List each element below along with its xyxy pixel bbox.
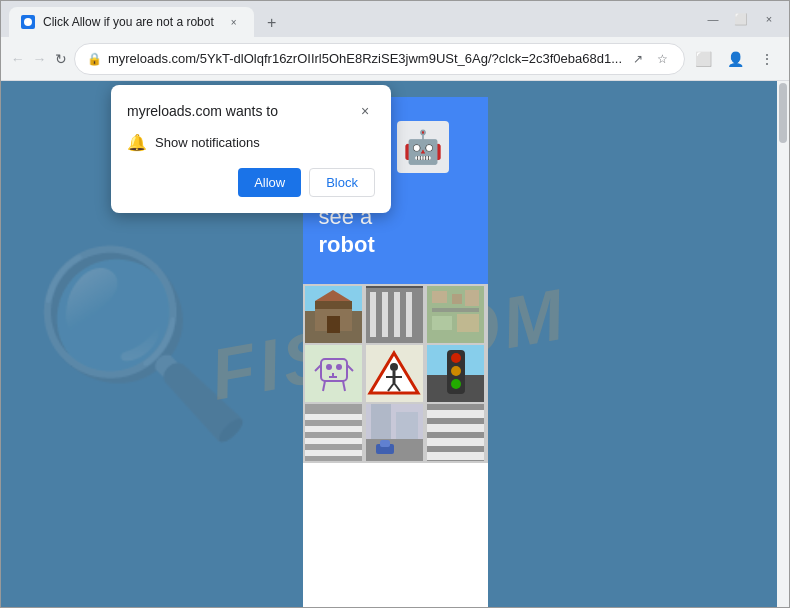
- svg-rect-58: [427, 452, 484, 460]
- back-button[interactable]: ←: [9, 45, 27, 73]
- svg-rect-18: [432, 316, 452, 330]
- robot-icon: 🤖: [403, 128, 443, 166]
- page-area: 🔍 FISHDOM myreloads.com wants to × 🔔 Sho…: [1, 81, 789, 607]
- share-icon[interactable]: ↗: [628, 49, 648, 69]
- tab-close-button[interactable]: ×: [226, 14, 242, 30]
- notification-row: 🔔 Show notifications: [127, 133, 375, 152]
- svg-rect-53: [380, 440, 390, 447]
- svg-point-23: [336, 364, 342, 370]
- svg-rect-47: [305, 450, 362, 456]
- svg-point-42: [451, 379, 461, 389]
- svg-rect-45: [305, 426, 362, 432]
- svg-rect-50: [371, 404, 391, 439]
- lock-icon: 🔒: [87, 52, 102, 66]
- svg-rect-49: [366, 439, 423, 461]
- svg-rect-6: [327, 316, 340, 333]
- svg-point-22: [326, 364, 332, 370]
- menu-icon[interactable]: ⋮: [753, 45, 781, 73]
- svg-rect-8: [366, 286, 423, 288]
- grid-cell-9[interactable]: [427, 404, 484, 461]
- popup-close-button[interactable]: ×: [355, 101, 375, 121]
- popup-buttons: Allow Block: [127, 168, 375, 197]
- chrome-window: Click Allow if you are not a robot × + —…: [0, 0, 790, 608]
- popup-header: myreloads.com wants to ×: [127, 101, 375, 121]
- svg-rect-51: [396, 412, 418, 439]
- active-tab[interactable]: Click Allow if you are not a robot ×: [9, 7, 254, 37]
- grid-cell-2[interactable]: [366, 286, 423, 343]
- address-icons: ↗ ☆: [628, 49, 672, 69]
- svg-point-41: [451, 366, 461, 376]
- captcha-bold: robot: [319, 232, 375, 257]
- minimize-button[interactable]: —: [701, 7, 725, 31]
- grid-cell-1[interactable]: [305, 286, 362, 343]
- scrollbar-thumb[interactable]: [779, 83, 787, 143]
- svg-rect-10: [382, 292, 388, 337]
- svg-rect-57: [427, 438, 484, 446]
- svg-rect-19: [457, 314, 479, 332]
- bookmark-icon[interactable]: ☆: [652, 49, 672, 69]
- grid-cell-3[interactable]: [427, 286, 484, 343]
- address-bar[interactable]: 🔒 myreloads.com/5YkT-dlOlqfr16zrOIIrl5Oh…: [74, 43, 685, 75]
- new-tab-button[interactable]: +: [258, 9, 286, 37]
- profile-icon[interactable]: 👤: [721, 45, 749, 73]
- forward-button[interactable]: →: [31, 45, 49, 73]
- svg-rect-44: [305, 414, 362, 420]
- window-controls: — ⬜ ×: [701, 7, 781, 31]
- scrollbar[interactable]: [777, 81, 789, 607]
- svg-rect-12: [406, 292, 412, 337]
- allow-button[interactable]: Allow: [238, 168, 301, 197]
- close-button[interactable]: ×: [757, 7, 781, 31]
- robot-icon-box: 🤖: [397, 121, 449, 173]
- svg-rect-15: [452, 294, 462, 304]
- grid-cell-4[interactable]: [305, 345, 362, 402]
- toolbar-right: ⬜ 👤 ⋮: [689, 45, 781, 73]
- browser-toolbar: ← → ↻ 🔒 myreloads.com/5YkT-dlOlqfr16zrOI…: [1, 37, 789, 81]
- svg-point-32: [390, 363, 398, 371]
- address-text: myreloads.com/5YkT-dlOlqfr16zrOIIrl5OhE8…: [108, 51, 622, 66]
- extension-icon[interactable]: ⬜: [689, 45, 717, 73]
- block-button[interactable]: Block: [309, 168, 375, 197]
- image-grid: [303, 284, 488, 463]
- grid-cell-7[interactable]: [305, 404, 362, 461]
- grid-cell-5[interactable]: [366, 345, 423, 402]
- svg-rect-17: [432, 308, 479, 312]
- popup-title: myreloads.com wants to: [127, 103, 278, 119]
- notification-label: Show notifications: [155, 135, 260, 150]
- restore-button[interactable]: ⬜: [729, 7, 753, 31]
- grid-cell-8[interactable]: [366, 404, 423, 461]
- svg-rect-14: [432, 291, 447, 303]
- svg-point-0: [24, 18, 32, 26]
- notification-popup: myreloads.com wants to × 🔔 Show notifica…: [111, 85, 391, 213]
- svg-rect-9: [370, 292, 376, 337]
- title-bar: Click Allow if you are not a robot × + —…: [1, 1, 789, 37]
- tab-title: Click Allow if you are not a robot: [43, 15, 214, 29]
- bell-icon: 🔔: [127, 133, 147, 152]
- svg-point-40: [451, 353, 461, 363]
- tab-strip: Click Allow if you are not a robot × +: [9, 1, 697, 37]
- svg-rect-56: [427, 424, 484, 432]
- svg-rect-55: [427, 410, 484, 418]
- svg-rect-4: [315, 301, 352, 309]
- reload-button[interactable]: ↻: [52, 45, 70, 73]
- grid-cell-6[interactable]: [427, 345, 484, 402]
- svg-rect-11: [394, 292, 400, 337]
- tab-favicon: [21, 15, 35, 29]
- svg-rect-16: [465, 290, 479, 306]
- svg-rect-46: [305, 438, 362, 444]
